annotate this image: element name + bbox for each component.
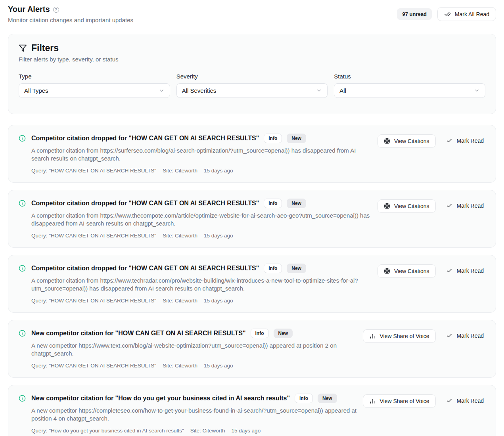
- alert-card: Competitor citation dropped for "HOW CAN…: [8, 255, 496, 313]
- alert-time: 15 days ago: [204, 298, 233, 304]
- alert-query: Query: "How do you get your business cit…: [31, 428, 184, 434]
- alert-title: New competitor citation for "HOW CAN GET…: [31, 330, 246, 337]
- alert-description: A competitor citation from https://www.t…: [31, 277, 372, 293]
- severity-badge: info: [295, 394, 313, 403]
- alerts-list: Competitor citation dropped for "HOW CAN…: [8, 125, 496, 436]
- alert-main: Competitor citation dropped for "HOW CAN…: [31, 134, 372, 174]
- new-badge: New: [287, 134, 306, 143]
- filters-title: Filters: [31, 43, 59, 54]
- severity-select[interactable]: All Severities: [176, 83, 328, 98]
- alert-meta: Query: "HOW CAN GET ON AI SEARCH RESULTS…: [31, 233, 372, 239]
- info-circle-icon: [19, 330, 26, 369]
- chevron-down-icon: [159, 88, 165, 94]
- info-circle-icon: [19, 395, 26, 434]
- page-title-row: Your Alerts ?: [8, 5, 133, 14]
- alert-title: Competitor citation dropped for "HOW CAN…: [31, 200, 259, 207]
- check-check-icon: [444, 11, 451, 17]
- action-label: View Share of Voice: [379, 398, 429, 404]
- alert-site: Site: Citeworth: [163, 363, 197, 369]
- severity-badge: info: [264, 199, 282, 208]
- view-share-of-voice-button[interactable]: View Share of Voice: [363, 394, 435, 408]
- alert-site: Site: Citeworth: [163, 298, 197, 304]
- filter-label-type: Type: [19, 73, 170, 80]
- mark-read-button[interactable]: Mark Read: [445, 329, 485, 342]
- alert-description: A competitor citation from https://www.t…: [31, 212, 372, 228]
- alert-title-row: Competitor citation dropped for "HOW CAN…: [31, 134, 372, 143]
- check-icon: [446, 138, 452, 144]
- view-citations-button[interactable]: View Citations: [378, 264, 435, 278]
- chevron-down-icon: [474, 88, 480, 94]
- alert-description: A new competitor https://www.text.com/bl…: [31, 342, 349, 358]
- mark-all-read-label: Mark All Read: [455, 11, 489, 17]
- view-share-of-voice-button[interactable]: View Share of Voice: [363, 329, 435, 343]
- alert-time: 15 days ago: [232, 428, 261, 434]
- header-actions: 97 unread Mark All Read: [397, 7, 496, 21]
- mark-read-button[interactable]: Mark Read: [445, 394, 485, 407]
- action-label: View Share of Voice: [379, 333, 429, 339]
- alert-title: New competitor citation for "How do you …: [31, 395, 290, 402]
- chevron-down-icon: [316, 88, 322, 94]
- mark-read-label: Mark Read: [457, 268, 484, 274]
- target-icon: [384, 138, 390, 144]
- alert-meta: Query: "How do you get your business cit…: [31, 428, 357, 434]
- alert-time: 15 days ago: [204, 363, 233, 369]
- alert-site: Site: Citeworth: [163, 233, 197, 239]
- bar-chart-icon: [369, 333, 376, 339]
- info-circle-icon: [19, 200, 26, 239]
- mark-read-label: Mark Read: [457, 138, 484, 144]
- page-subtitle: Monitor citation changes and important u…: [8, 17, 133, 23]
- alerts-page: Your Alerts ? Monitor citation changes a…: [0, 0, 504, 436]
- check-icon: [446, 333, 452, 339]
- alert-time: 15 days ago: [204, 233, 233, 239]
- status-select[interactable]: All: [334, 83, 485, 98]
- new-badge: New: [274, 329, 293, 338]
- mark-read-button[interactable]: Mark Read: [445, 199, 485, 212]
- mark-all-read-button[interactable]: Mark All Read: [437, 7, 496, 21]
- type-select[interactable]: All Types: [19, 83, 170, 98]
- mark-read-label: Mark Read: [457, 398, 484, 404]
- alert-actions: View Citations Mark Read: [378, 134, 485, 174]
- alert-title: Competitor citation dropped for "HOW CAN…: [31, 265, 259, 272]
- alert-meta: Query: "HOW CAN GET ON AI SEARCH RESULTS…: [31, 363, 357, 369]
- new-badge: New: [287, 199, 306, 208]
- type-select-value: All Types: [24, 87, 48, 94]
- page-header: Your Alerts ? Monitor citation changes a…: [8, 5, 496, 23]
- filter-field-status: Status All: [334, 73, 485, 98]
- alert-meta: Query: "HOW CAN GET ON AI SEARCH RESULTS…: [31, 168, 372, 174]
- alert-query: Query: "HOW CAN GET ON AI SEARCH RESULTS…: [31, 298, 156, 304]
- alert-main: Competitor citation dropped for "HOW CAN…: [31, 199, 372, 239]
- severity-badge: info: [264, 134, 282, 143]
- view-citations-button[interactable]: View Citations: [378, 134, 435, 148]
- alert-site: Site: Citeworth: [163, 168, 197, 174]
- filter-label-status: Status: [334, 73, 485, 80]
- alert-title-row: New competitor citation for "How do you …: [31, 394, 357, 403]
- view-citations-button[interactable]: View Citations: [378, 199, 435, 213]
- funnel-icon: [19, 44, 27, 52]
- action-label: View Citations: [394, 203, 429, 209]
- alert-card: New competitor citation for "HOW CAN GET…: [8, 320, 496, 378]
- alert-description: A competitor citation from https://surfe…: [31, 147, 372, 163]
- action-label: View Citations: [394, 268, 429, 274]
- alert-query: Query: "HOW CAN GET ON AI SEARCH RESULTS…: [31, 168, 156, 174]
- info-circle-icon: [19, 265, 26, 304]
- alert-card: Competitor citation dropped for "HOW CAN…: [8, 125, 496, 183]
- page-title: Your Alerts: [8, 5, 50, 14]
- bar-chart-icon: [369, 398, 376, 404]
- alert-actions: View Share of Voice Mark Read: [363, 394, 485, 434]
- alert-query: Query: "HOW CAN GET ON AI SEARCH RESULTS…: [31, 233, 156, 239]
- check-icon: [446, 203, 452, 209]
- severity-select-value: All Severities: [182, 87, 217, 94]
- mark-read-button[interactable]: Mark Read: [445, 264, 485, 277]
- severity-badge: info: [264, 264, 282, 273]
- alert-meta: Query: "HOW CAN GET ON AI SEARCH RESULTS…: [31, 298, 372, 304]
- page-header-left: Your Alerts ? Monitor citation changes a…: [8, 5, 133, 23]
- alert-actions: View Citations Mark Read: [378, 264, 485, 304]
- alert-description: A new competitor https://completeseo.com…: [31, 407, 357, 423]
- alert-card: Competitor citation dropped for "HOW CAN…: [8, 190, 496, 248]
- question-circle-icon[interactable]: ?: [53, 7, 59, 13]
- filters-title-row: Filters: [19, 43, 485, 54]
- alert-time: 15 days ago: [204, 168, 233, 174]
- target-icon: [384, 203, 390, 209]
- info-circle-icon: [19, 135, 26, 174]
- mark-read-button[interactable]: Mark Read: [445, 134, 485, 147]
